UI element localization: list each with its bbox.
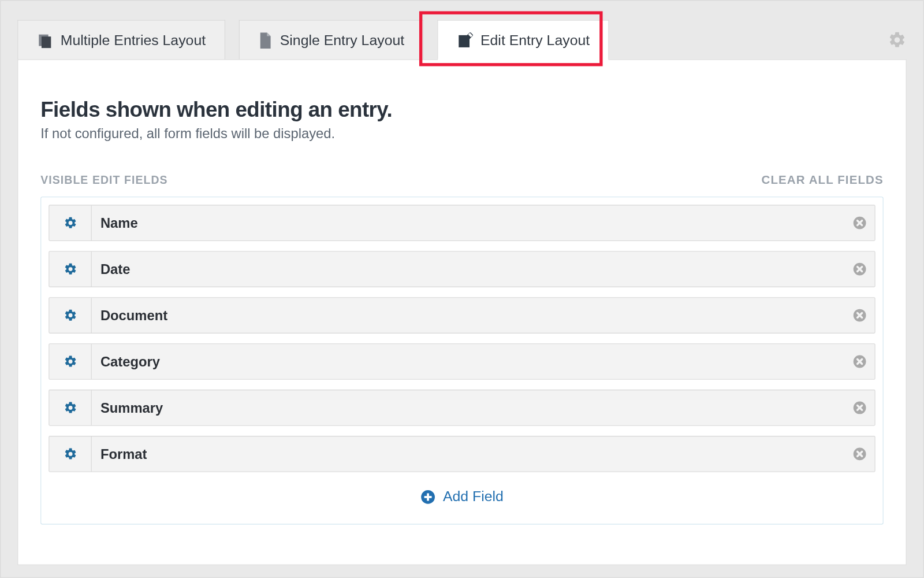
close-circle-icon [853, 355, 867, 369]
close-circle-icon [853, 262, 867, 276]
field-label: Category [92, 353, 845, 370]
close-circle-icon [853, 216, 867, 230]
tab-label: Edit Entry Layout [480, 32, 590, 49]
gear-icon [64, 401, 77, 415]
add-field-button[interactable]: Add Field [49, 488, 875, 505]
gear-icon [888, 31, 906, 49]
svg-rect-1 [42, 36, 51, 48]
field-label: Date [92, 260, 845, 277]
page-title: Fields shown when editing an entry. [40, 98, 883, 122]
tab-label: Multiple Entries Layout [61, 32, 206, 49]
field-settings-button[interactable] [49, 344, 91, 379]
gear-icon [64, 355, 77, 369]
edit-icon [457, 32, 473, 49]
tab-label: Single Entry Layout [280, 32, 404, 49]
clear-all-button[interactable]: CLEAR ALL FIELDS [762, 173, 884, 187]
close-circle-icon [853, 309, 867, 323]
field-row[interactable]: Summary [49, 390, 875, 426]
field-row[interactable]: Document [49, 297, 875, 334]
plus-circle-icon [420, 489, 435, 504]
field-settings-button[interactable] [49, 436, 91, 471]
field-row[interactable]: Name [49, 205, 875, 241]
close-circle-icon [853, 447, 867, 461]
field-settings-button[interactable] [49, 251, 91, 286]
visible-fields-dropzone[interactable]: Name Date [40, 197, 883, 524]
field-remove-button[interactable] [845, 262, 875, 276]
field-remove-button[interactable] [845, 355, 875, 369]
field-settings-button[interactable] [49, 205, 91, 240]
edit-layout-panel: Fields shown when editing an entry. If n… [17, 60, 906, 565]
field-row[interactable]: Format [49, 436, 875, 472]
field-remove-button[interactable] [845, 309, 875, 323]
tab-single-entry[interactable]: Single Entry Layout [239, 20, 423, 60]
tab-bar: Multiple Entries Layout Single Entry Lay… [3, 3, 920, 60]
visible-fields-label: VISIBLE EDIT FIELDS [40, 173, 167, 187]
stack-icon [37, 32, 53, 49]
gear-icon [64, 262, 77, 276]
field-label: Name [92, 214, 845, 232]
field-label: Summary [92, 399, 845, 416]
gear-icon [64, 447, 77, 461]
field-row[interactable]: Category [49, 343, 875, 380]
field-settings-button[interactable] [49, 298, 91, 332]
gear-icon [64, 216, 77, 230]
field-settings-button[interactable] [49, 390, 91, 425]
svg-rect-11 [427, 493, 429, 501]
layout-editor: Multiple Entries Layout Single Entry Lay… [1, 1, 923, 577]
field-remove-button[interactable] [845, 401, 875, 415]
field-remove-button[interactable] [845, 447, 875, 461]
add-field-label: Add Field [443, 488, 504, 505]
close-circle-icon [853, 401, 867, 415]
field-remove-button[interactable] [845, 216, 875, 230]
page-icon [258, 32, 273, 49]
gear-icon [64, 309, 77, 323]
page-subtitle: If not configured, all form fields will … [40, 125, 883, 142]
section-header-row: VISIBLE EDIT FIELDS CLEAR ALL FIELDS [40, 173, 883, 187]
field-label: Document [92, 306, 845, 324]
field-row[interactable]: Date [49, 251, 875, 287]
settings-button[interactable] [888, 20, 906, 60]
field-label: Format [92, 445, 845, 462]
tab-edit-entry[interactable]: Edit Entry Layout [437, 20, 609, 60]
tab-multiple-entries[interactable]: Multiple Entries Layout [17, 20, 225, 60]
